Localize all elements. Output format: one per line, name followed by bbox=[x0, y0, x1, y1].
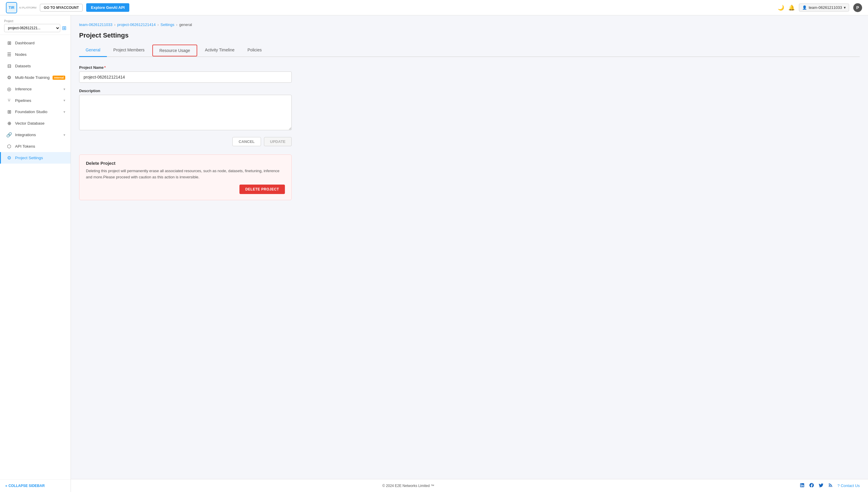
delete-project-button[interactable]: DELETE PROJECT bbox=[239, 184, 285, 194]
footer-right: ? Contact Us bbox=[799, 483, 860, 489]
chevron-down-icon: ▾ bbox=[844, 5, 846, 10]
collapse-sidebar-button[interactable]: « COLLAPSE SIDEBAR bbox=[5, 484, 45, 488]
project-select-wrapper: Project project-062612121... ⊞ bbox=[0, 15, 71, 35]
sidebar-label-inference: Inference bbox=[15, 87, 60, 91]
delete-actions: DELETE PROJECT bbox=[86, 184, 285, 194]
tab-general[interactable]: General bbox=[79, 45, 107, 57]
page-title: Project Settings bbox=[79, 32, 860, 39]
vector-database-icon: ⊕ bbox=[6, 121, 12, 126]
sidebar-label-project-settings: Project Settings bbox=[15, 156, 65, 160]
breadcrumb-settings[interactable]: Settings bbox=[161, 22, 175, 27]
multi-node-icon: ⚙ bbox=[6, 75, 12, 80]
foundation-studio-icon: ⊞ bbox=[6, 109, 12, 115]
cancel-button[interactable]: CANCEL bbox=[232, 137, 261, 146]
facebook-icon[interactable] bbox=[809, 483, 814, 489]
notifications-button[interactable]: 🔔 bbox=[788, 4, 795, 11]
required-indicator: * bbox=[104, 65, 106, 70]
sidebar-label-api-tokens: API Tokens bbox=[15, 144, 65, 149]
update-button[interactable]: UPDATE bbox=[264, 137, 292, 146]
user-avatar[interactable]: P bbox=[853, 3, 862, 12]
sidebar-item-datasets[interactable]: ⊟ Datasets bbox=[0, 60, 71, 72]
tab-project-members[interactable]: Project Members bbox=[107, 45, 151, 57]
sidebar-label-datasets: Datasets bbox=[15, 64, 65, 68]
integrations-chevron-icon: ▾ bbox=[63, 133, 65, 137]
pipelines-chevron-icon: ▾ bbox=[63, 98, 65, 102]
sidebar-item-integrations[interactable]: 🔗 Integrations ▾ bbox=[0, 129, 71, 141]
breadcrumb-sep-1: › bbox=[114, 22, 116, 27]
myaccount-button[interactable]: GO TO MYACCOUNT bbox=[40, 4, 83, 11]
linkedin-icon[interactable] bbox=[799, 483, 805, 489]
logo-box: TIR bbox=[6, 2, 17, 13]
team-selector[interactable]: 👤 team-06261211033 ▾ bbox=[799, 3, 849, 11]
sidebar-item-project-settings[interactable]: ⚙ Project Settings bbox=[0, 152, 71, 164]
twitter-icon[interactable] bbox=[818, 483, 824, 489]
tab-activity-timeline[interactable]: Activity Timeline bbox=[198, 45, 241, 57]
layout: Project project-062612121... ⊞ ⊞ Dashboa… bbox=[0, 15, 868, 479]
form-section: Project Name* Description CANCEL UPDATE … bbox=[79, 65, 292, 200]
nodes-icon: ☰ bbox=[6, 52, 12, 57]
breadcrumb-current: general bbox=[179, 22, 192, 27]
api-tokens-icon: ⬡ bbox=[6, 144, 12, 149]
sidebar: Project project-062612121... ⊞ ⊞ Dashboa… bbox=[0, 15, 71, 492]
sidebar-item-dashboard[interactable]: ⊞ Dashboard bbox=[0, 37, 71, 49]
project-select[interactable]: project-062612121... bbox=[4, 24, 60, 32]
footer-copyright: © 2024 E2E Networks Limited ™ bbox=[382, 484, 434, 488]
project-name-label: Project Name* bbox=[79, 65, 292, 70]
footer: Legal © 2024 E2E Networks Limited ™ ? Co… bbox=[0, 479, 868, 492]
copyright-text: © 2024 E2E Networks Limited ™ bbox=[382, 484, 434, 488]
delete-project-description: Deleting this project will permanently e… bbox=[86, 168, 285, 180]
delete-project-card: Delete Project Deleting this project wil… bbox=[79, 154, 292, 200]
sidebar-label-nodes: Nodes bbox=[15, 52, 65, 57]
breadcrumb: team-06261211033 › project-062612121414 … bbox=[79, 22, 860, 27]
breadcrumb-project[interactable]: project-062612121414 bbox=[117, 22, 156, 27]
sidebar-label-integrations: Integrations bbox=[15, 132, 60, 137]
collapse-label: COLLAPSE SIDEBAR bbox=[8, 484, 45, 488]
breadcrumb-team[interactable]: team-06261211033 bbox=[79, 22, 112, 27]
logo-tir-text: TIR bbox=[8, 6, 14, 9]
sidebar-item-api-tokens[interactable]: ⬡ API Tokens bbox=[0, 141, 71, 152]
form-actions: CANCEL UPDATE bbox=[79, 137, 292, 146]
contact-link[interactable]: ? Contact Us bbox=[837, 484, 860, 488]
sidebar-label-dashboard: Dashboard bbox=[15, 41, 65, 45]
tab-policies[interactable]: Policies bbox=[241, 45, 268, 57]
sidebar-item-vector-database[interactable]: ⊕ Vector Database bbox=[0, 118, 71, 129]
project-name-input[interactable] bbox=[79, 71, 292, 83]
collapse-icon: « bbox=[5, 484, 7, 488]
topnav-left: TIR AI PLATFORM GO TO MYACCOUNT Explore … bbox=[6, 2, 129, 13]
theme-toggle-button[interactable]: 🌙 bbox=[778, 4, 784, 11]
tabs: General Project Members Resource Usage A… bbox=[79, 45, 860, 57]
description-input[interactable] bbox=[79, 95, 292, 130]
sidebar-item-nodes[interactable]: ☰ Nodes bbox=[0, 49, 71, 60]
description-field-group: Description bbox=[79, 89, 292, 131]
sidebar-label-foundation-studio: Foundation Studio bbox=[15, 109, 60, 114]
nav-items: ⊞ Dashboard ☰ Nodes ⊟ Datasets ⚙ Multi-N… bbox=[0, 35, 71, 479]
sidebar-item-foundation-studio[interactable]: ⊞ Foundation Studio ▾ bbox=[0, 106, 71, 118]
rss-icon[interactable] bbox=[828, 483, 833, 489]
tab-resource-usage[interactable]: Resource Usage bbox=[152, 45, 197, 56]
project-label: Project bbox=[4, 20, 67, 23]
sidebar-footer: « COLLAPSE SIDEBAR bbox=[0, 479, 71, 492]
internal-badge: Internal bbox=[53, 76, 65, 80]
logo-sub: AI PLATFORM bbox=[19, 6, 36, 9]
pipelines-icon: ⑂ bbox=[6, 98, 12, 103]
question-icon: ? bbox=[837, 484, 839, 488]
project-name-field-group: Project Name* bbox=[79, 65, 292, 83]
sidebar-item-multi-node[interactable]: ⚙ Multi-Node Training Internal bbox=[0, 72, 71, 83]
project-settings-icon: ⚙ bbox=[6, 155, 12, 161]
sidebar-item-inference[interactable]: ◎ Inference ▾ bbox=[0, 83, 71, 95]
logo-text-block: AI PLATFORM bbox=[19, 6, 36, 9]
explore-genai-button[interactable]: Explore GenAI API bbox=[86, 3, 129, 12]
inference-icon: ◎ bbox=[6, 86, 12, 92]
topnav: TIR AI PLATFORM GO TO MYACCOUNT Explore … bbox=[0, 0, 868, 15]
main-content: team-06261211033 › project-062612121414 … bbox=[71, 15, 868, 479]
integrations-icon: 🔗 bbox=[6, 132, 12, 138]
breadcrumb-sep-2: › bbox=[157, 22, 158, 27]
logo: TIR AI PLATFORM bbox=[6, 2, 36, 13]
sidebar-item-pipelines[interactable]: ⑂ Pipelines ▾ bbox=[0, 95, 71, 106]
project-new-button[interactable]: ⊞ bbox=[62, 25, 67, 31]
inference-chevron-icon: ▾ bbox=[63, 87, 65, 91]
team-name: team-06261211033 bbox=[809, 5, 842, 10]
description-label: Description bbox=[79, 89, 292, 93]
project-select-row: project-062612121... ⊞ bbox=[4, 24, 67, 32]
breadcrumb-sep-3: › bbox=[176, 22, 177, 27]
